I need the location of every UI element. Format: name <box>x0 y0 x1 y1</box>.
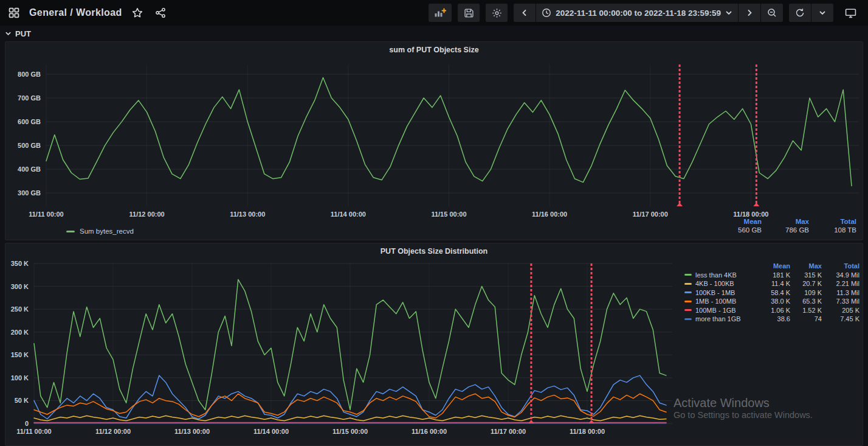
save-dashboard-button[interactable] <box>458 4 480 22</box>
add-panel-icon <box>434 7 446 18</box>
legend-item[interactable]: more than 1GB <box>684 315 759 322</box>
svg-text:11/17 00:00: 11/17 00:00 <box>633 211 668 218</box>
legend-table-header: MeanMaxTotal <box>684 262 859 271</box>
stat-value-total: 108 TB <box>809 226 856 234</box>
legend-max: 1.52 K <box>790 307 822 314</box>
svg-text:250 K: 250 K <box>11 305 29 313</box>
refresh-dashboard-button[interactable] <box>789 4 811 22</box>
legend-item[interactable]: Sum bytes_recvd <box>66 228 134 235</box>
legend-max: 74 <box>790 315 822 322</box>
dashboard-settings-button[interactable] <box>486 4 508 22</box>
legend-max: 65.3 K <box>790 298 822 305</box>
time-range-label: 2022-11-11 00:00:00 to 2022-11-18 23:59:… <box>556 9 721 18</box>
panel-sum-put-objects-size: sum of PUT Objects Size 11/11 00:0011/12… <box>5 41 863 240</box>
panel-put-objects-size-distribution: PUT Objects Size Distribution 11/11 00:0… <box>5 243 863 446</box>
save-icon <box>464 8 474 18</box>
gear-icon <box>492 8 502 18</box>
svg-text:11/17 00:00: 11/17 00:00 <box>491 428 526 435</box>
svg-text:11/11 00:00: 11/11 00:00 <box>16 428 52 435</box>
monitor-icon <box>845 8 856 18</box>
chevron-left-icon <box>521 9 528 16</box>
svg-text:11/15 00:00: 11/15 00:00 <box>431 211 466 218</box>
legend-item[interactable]: 100MB - 1GB <box>684 307 759 314</box>
legend-item[interactable]: less than 4KB <box>684 271 759 279</box>
legend-mean: 1.06 K <box>759 307 790 314</box>
refresh-icon <box>795 8 805 18</box>
chevron-down-icon <box>725 9 732 16</box>
legend-table-row: 1MB - 100MB38.0 K65.3 K7.33 Mil <box>684 297 859 306</box>
stat-header-mean[interactable]: Mean <box>714 217 762 226</box>
series-color-dash <box>684 283 692 285</box>
stat-header-total[interactable]: Total <box>809 217 856 226</box>
svg-text:11/13 00:00: 11/13 00:00 <box>230 211 265 218</box>
svg-text:700 GB: 700 GB <box>18 94 41 102</box>
zoom-out-time-button[interactable] <box>761 4 783 22</box>
legend-table-row: 100MB - 1GB1.06 K1.52 K205 K <box>684 306 859 315</box>
legend-item[interactable]: 4KB - 100KB <box>684 280 759 287</box>
svg-text:100 K: 100 K <box>11 374 29 382</box>
refresh-group <box>789 4 833 22</box>
svg-text:11/14 00:00: 11/14 00:00 <box>253 428 289 435</box>
share-dashboard-button[interactable] <box>153 5 168 21</box>
legend-header-max[interactable]: Max <box>790 262 822 270</box>
refresh-interval-dropdown[interactable] <box>811 4 833 22</box>
legend-mean: 38.6 <box>759 315 790 322</box>
stat-header-max[interactable]: Max <box>762 217 809 226</box>
series-color-dash <box>684 301 692 302</box>
svg-text:300 GB: 300 GB <box>18 189 41 197</box>
star-icon <box>132 7 143 18</box>
timeseries-chart-sum-put[interactable]: 11/11 00:0011/12 00:0011/13 00:0011/14 0… <box>5 42 864 225</box>
chevron-down-icon <box>819 9 826 16</box>
legend-max: 20.7 K <box>790 280 822 287</box>
legend-mean: 38.0 K <box>759 298 790 305</box>
cycle-view-mode-button[interactable] <box>839 4 862 22</box>
legend-total: 34.9 Mil <box>822 271 859 279</box>
row-title: PUT <box>15 29 31 38</box>
breadcrumb[interactable]: General / Workload <box>29 7 122 18</box>
apps-icon <box>9 7 19 18</box>
star-dashboard-button[interactable] <box>129 5 145 21</box>
legend-total: 11.3 Mil <box>822 289 859 296</box>
svg-text:200 K: 200 K <box>11 329 29 336</box>
legend-table-row: 100KB - 1MB58.4 K109 K11.3 Mil <box>684 288 859 298</box>
time-picker-group: 2022-11-11 00:00:00 to 2022-11-18 23:59:… <box>514 4 783 22</box>
svg-text:11/12 00:00: 11/12 00:00 <box>129 211 165 218</box>
svg-text:600 GB: 600 GB <box>18 118 41 125</box>
dashboards-grid-icon[interactable] <box>6 5 22 21</box>
legend-mean: 11.4 K <box>759 280 790 287</box>
svg-text:11/13 00:00: 11/13 00:00 <box>174 428 210 435</box>
svg-text:11/11 00:00: 11/11 00:00 <box>29 211 64 218</box>
time-range-picker-button[interactable]: 2022-11-11 00:00:00 to 2022-11-18 23:59:… <box>536 4 738 22</box>
clock-icon <box>542 8 551 18</box>
time-shift-forward-button[interactable] <box>739 4 760 22</box>
legend-max: 109 K <box>790 289 822 296</box>
chevron-down-icon <box>5 30 12 37</box>
svg-text:800 GB: 800 GB <box>18 71 41 78</box>
legend-item[interactable]: 100KB - 1MB <box>684 289 759 296</box>
series-color-dash <box>684 309 692 311</box>
svg-text:150 K: 150 K <box>11 351 29 358</box>
legend-header-total[interactable]: Total <box>822 262 859 270</box>
dashboard-toolbar: 2022-11-11 00:00:00 to 2022-11-18 23:59:… <box>429 4 862 22</box>
legend-max: 315 K <box>790 271 822 279</box>
svg-text:11/16 00:00: 11/16 00:00 <box>532 211 567 218</box>
add-panel-button[interactable] <box>429 4 452 22</box>
time-shift-back-button[interactable] <box>514 4 536 22</box>
legend-header-mean[interactable]: Mean <box>759 262 790 270</box>
legend-total: 7.45 K <box>822 315 859 322</box>
stat-value-max: 786 GB <box>762 226 809 234</box>
grafana-dashboard: General / Workload <box>0 0 868 446</box>
legend-item[interactable]: 1MB - 100MB <box>684 298 759 305</box>
legend-mean: 58.4 K <box>759 289 790 296</box>
svg-text:11/14 00:00: 11/14 00:00 <box>331 211 366 218</box>
svg-text:50 K: 50 K <box>15 397 29 404</box>
share-icon <box>155 7 166 18</box>
series-color-dash <box>684 291 692 293</box>
svg-text:11/16 00:00: 11/16 00:00 <box>412 428 447 435</box>
legend-stats: Mean Max Total 560 GB 786 GB 108 TB <box>714 217 856 234</box>
series-color-dash <box>66 231 75 232</box>
row-header-put[interactable]: PUT <box>5 27 31 40</box>
legend-table-row: 4KB - 100KB11.4 K20.7 K2.21 Mil <box>684 279 859 288</box>
panel2-legend-table: MeanMaxTotalless than 4KB181 K315 K34.9 … <box>684 262 859 324</box>
zoom-out-icon <box>767 8 777 18</box>
